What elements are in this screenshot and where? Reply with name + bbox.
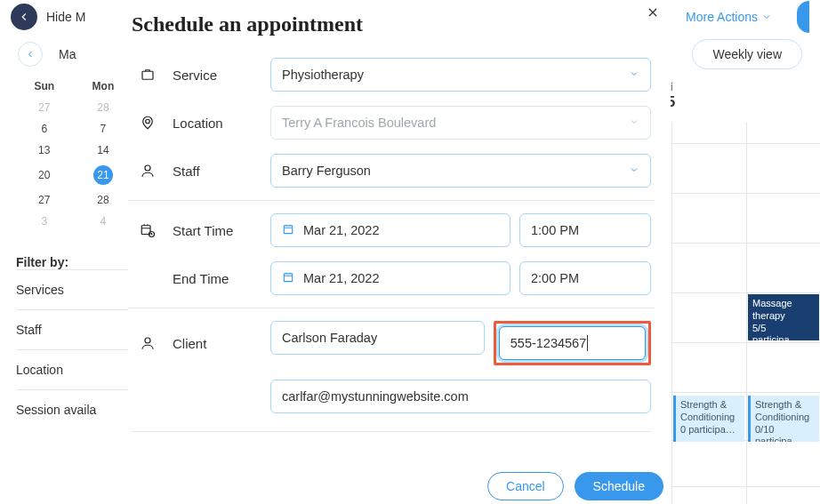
modal-title: Schedule an appointment [128, 0, 671, 45]
more-actions-button[interactable]: More Actions [686, 10, 772, 24]
location-icon [132, 115, 164, 131]
modal-body: Service Physiotherapy Location Terry A F… [128, 45, 671, 461]
location-select[interactable]: Terry A Francois Boulevard [270, 106, 651, 140]
label-end-time: End Time [173, 271, 261, 286]
client-email-input[interactable]: carlfar@mystunningwebsite.com [270, 380, 651, 413]
end-time-input[interactable]: 2:00 PM [519, 261, 651, 295]
client-name-input[interactable]: Carlson Faraday [270, 321, 485, 355]
close-button[interactable] [646, 5, 660, 24]
event-strength-fri[interactable]: Strength & Conditioning0/10 participa… [748, 396, 819, 442]
calendar-clock-icon [132, 222, 164, 238]
svg-rect-6 [284, 225, 292, 233]
mini-cal-day[interactable]: 27 [16, 97, 72, 118]
staff-select[interactable]: Barry Ferguson [270, 154, 651, 188]
svg-point-3 [145, 165, 150, 171]
mini-cal-day[interactable]: 7 [72, 118, 133, 140]
start-date-input[interactable]: Mar 21, 2022 [270, 213, 510, 247]
text-caret [587, 335, 588, 351]
chevron-down-icon [629, 164, 639, 178]
section-client: Client Carlson Faraday 555-1234567 carlf… [128, 308, 655, 426]
svg-rect-1 [142, 71, 153, 79]
view-select[interactable]: Weekly view [692, 39, 802, 69]
svg-point-2 [146, 119, 150, 124]
end-date-input[interactable]: Mar 21, 2022 [270, 261, 510, 295]
highlight-phone: 555-1234567 [494, 321, 651, 365]
mini-cal-dow: Sun [16, 76, 72, 97]
staff-icon [132, 163, 164, 179]
month-label: Ma [59, 47, 76, 61]
chevron-down-icon [629, 68, 639, 82]
label-location: Location [173, 116, 261, 131]
service-icon [132, 67, 164, 83]
primary-action-partial[interactable] [797, 1, 809, 33]
svg-point-8 [145, 338, 150, 343]
prev-month-button[interactable] [18, 42, 43, 67]
label-start-time: Start Time [173, 223, 261, 238]
cancel-button[interactable]: Cancel [487, 472, 564, 500]
divider [132, 431, 651, 432]
calendar-icon [282, 271, 294, 286]
client-phone-input[interactable]: 555-1234567 [499, 326, 646, 360]
start-time-input[interactable]: 1:00 PM [519, 213, 651, 247]
schedule-button[interactable]: Schedule [575, 472, 663, 500]
mini-cal-day[interactable]: 28 [72, 189, 133, 211]
section-service: Service Physiotherapy Location Terry A F… [128, 45, 655, 200]
label-service: Service [173, 68, 261, 83]
calendar-icon [282, 223, 294, 238]
modal-footer: Cancel Schedule [128, 461, 671, 504]
mini-cal-day[interactable]: 28 [72, 97, 133, 118]
svg-rect-7 [284, 273, 292, 281]
mini-cal-day[interactable]: 21 [72, 161, 133, 189]
section-time: Start Time Mar 21, 2022 1:00 PM End Time [128, 200, 655, 308]
service-select[interactable]: Physiotherapy [270, 58, 651, 92]
mini-cal-day[interactable]: 20 [16, 161, 72, 189]
hide-label: Hide M [46, 10, 85, 24]
mini-cal-day[interactable]: 4 [72, 211, 133, 232]
client-icon [132, 335, 164, 351]
event-strength-thu[interactable]: Strength & Conditioning0 participa… [673, 396, 744, 442]
mini-cal-day[interactable]: 13 [16, 140, 72, 161]
mini-cal-day[interactable]: 14 [72, 140, 133, 161]
close-icon [646, 5, 660, 20]
back-button[interactable] [11, 4, 37, 30]
event-massage[interactable]: Massage therapy5/5 participa… [748, 294, 819, 340]
schedule-appointment-modal: Schedule an appointment Service Physioth… [128, 0, 671, 504]
chevron-down-icon [761, 12, 772, 22]
mini-cal-dow: Mon [72, 76, 133, 97]
mini-cal-day[interactable]: 27 [16, 189, 72, 211]
label-staff: Staff [173, 164, 261, 179]
label-client: Client [173, 336, 261, 351]
mini-cal-day[interactable]: 6 [16, 118, 72, 140]
chevron-down-icon [629, 116, 639, 130]
mini-cal-day[interactable]: 3 [16, 211, 72, 232]
